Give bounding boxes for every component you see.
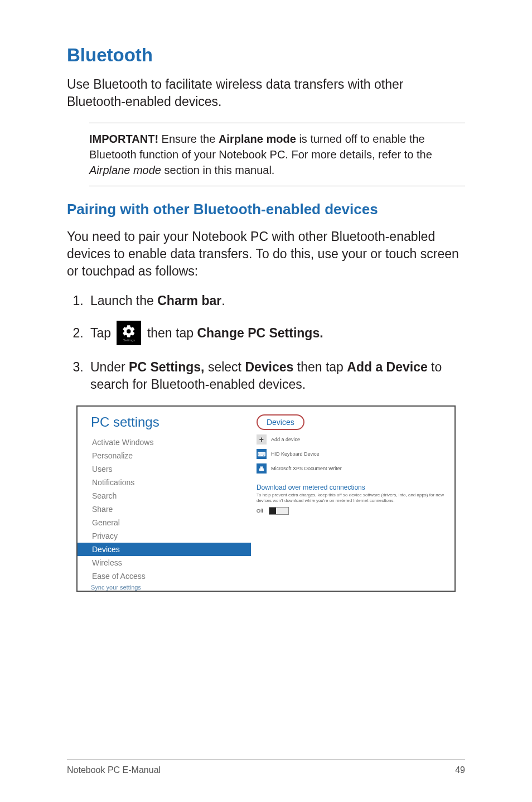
device-row-xps[interactable]: 🖶 Microsoft XPS Document Writer — [257, 463, 447, 474]
sidebar-item-wireless[interactable]: Wireless — [91, 556, 251, 569]
shot-sidebar: PC settings Activate Windows Personalize… — [78, 407, 251, 591]
step3-c: select — [205, 360, 245, 374]
sidebar-item-privacy[interactable]: Privacy — [91, 529, 251, 543]
settings-charm-label: Settings — [123, 339, 136, 342]
step3-f: Add a Device — [347, 360, 427, 374]
download-heading: Download over metered connections — [257, 484, 447, 491]
add-device-row[interactable]: + Add a device — [257, 434, 447, 445]
pc-settings-screenshot: PC settings Activate Windows Personalize… — [76, 405, 456, 592]
sidebar-item-share[interactable]: Share — [91, 503, 251, 516]
step2-text-a: Tap — [90, 326, 114, 340]
note-text-3: section in this manual. — [161, 164, 274, 176]
footer-left: Notebook PC E-Manual — [67, 765, 161, 775]
device-xps-label: Microsoft XPS Document Writer — [271, 466, 342, 471]
sidebar-item-ease-of-access[interactable]: Ease of Access — [91, 569, 251, 583]
footer-page-number: 49 — [455, 765, 465, 775]
step-2: Tap Settings then tap Change PC Settings… — [87, 322, 465, 346]
download-text: To help prevent extra charges, keep this… — [257, 492, 447, 503]
device-keyboard-label: HID Keyboard Device — [271, 451, 320, 457]
heading-bluetooth: Bluetooth — [67, 45, 465, 66]
sidebar-item-activate-windows[interactable]: Activate Windows — [91, 436, 251, 449]
shot-title: PC settings — [91, 414, 251, 430]
note-text-1: Ensure the — [158, 133, 219, 145]
add-device-label: Add a device — [271, 437, 300, 442]
step3-a: Under — [90, 360, 129, 374]
step3-e: then tap — [293, 360, 347, 374]
sidebar-item-general[interactable]: General — [91, 516, 251, 529]
step2-bold: Change PC Settings. — [197, 326, 323, 340]
step2-text-b: then tap — [147, 326, 197, 340]
steps-list: Launch the Charm bar. Tap Settings then … — [67, 292, 465, 393]
step-3: Under PC Settings, select Devices then t… — [87, 359, 465, 393]
note-prefix: IMPORTANT! — [89, 133, 158, 145]
note-ital: Airplane mode — [89, 164, 161, 176]
keyboard-icon: ⌨ — [257, 449, 267, 459]
sidebar-item-personalize[interactable]: Personalize — [91, 449, 251, 462]
step1-text-a: Launch the — [90, 293, 157, 308]
gear-icon — [122, 324, 136, 339]
shot-main: Devices + Add a device ⌨ HID Keyboard De… — [251, 407, 454, 591]
plus-icon: + — [257, 434, 267, 445]
metered-toggle[interactable] — [269, 507, 289, 515]
important-note: IMPORTANT! Ensure the Airplane mode is t… — [89, 123, 465, 186]
step-1: Launch the Charm bar. — [87, 292, 465, 310]
sidebar-item-cutoff: Sync your settings — [91, 584, 251, 591]
page-footer: Notebook PC E-Manual 49 — [67, 759, 465, 775]
printer-icon: 🖶 — [257, 463, 267, 474]
toggle-off-label: Off — [257, 508, 263, 514]
sidebar-item-users[interactable]: Users — [91, 462, 251, 476]
sidebar-item-search[interactable]: Search — [91, 489, 251, 503]
pairing-paragraph: You need to pair your Notebook PC with o… — [67, 228, 465, 280]
sidebar-item-devices[interactable]: Devices — [78, 543, 251, 556]
intro-paragraph: Use Bluetooth to facilitate wireless dat… — [67, 76, 465, 110]
sidebar-item-notifications[interactable]: Notifications — [91, 476, 251, 489]
step3-b: PC Settings, — [129, 360, 204, 374]
device-row-keyboard[interactable]: ⌨ HID Keyboard Device — [257, 449, 447, 459]
heading-pairing: Pairing with other Bluetooth-enabled dev… — [67, 201, 465, 218]
note-emph-1: Airplane mode — [219, 133, 296, 145]
step1-text-c: . — [221, 293, 225, 308]
devices-heading-circled: Devices — [257, 414, 304, 430]
step3-d: Devices — [245, 360, 293, 374]
step1-bold: Charm bar — [157, 293, 221, 308]
settings-charm-icon: Settings — [117, 321, 141, 345]
